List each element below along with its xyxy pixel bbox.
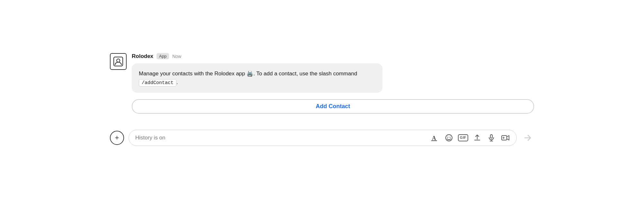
slash-command: /addContact — [139, 79, 176, 87]
message-input[interactable] — [135, 135, 426, 141]
send-button[interactable] — [521, 131, 534, 144]
message-header: Rolodex App Now — [132, 53, 534, 60]
svg-rect-7 — [490, 135, 492, 138]
body-text-2: . To add a contact, use the slash comman… — [253, 71, 357, 77]
input-area: A GIF — [129, 130, 517, 146]
message-content: Rolodex App Now Manage your contacts wit… — [132, 53, 534, 93]
video-icon[interactable] — [501, 133, 510, 142]
gif-icon[interactable]: GIF — [459, 133, 468, 142]
avatar — [110, 53, 127, 70]
chat-container: Rolodex App Now Manage your contacts wit… — [97, 47, 547, 152]
body-text-1: Manage your contacts with the Rolodex ap… — [139, 71, 246, 77]
rolodex-emoji: 🖨️ — [246, 71, 253, 77]
svg-point-5 — [447, 137, 448, 138]
timestamp: Now — [172, 54, 181, 59]
sender-name: Rolodex — [132, 53, 153, 60]
message-bubble: Manage your contacts with the Rolodex ap… — [132, 63, 382, 93]
app-badge: App — [157, 53, 169, 59]
input-row: + A — [110, 130, 534, 146]
upload-icon[interactable] — [473, 133, 482, 142]
input-icons: A GIF — [430, 133, 510, 142]
message-row: Rolodex App Now Manage your contacts wit… — [110, 53, 534, 93]
plus-button[interactable]: + — [110, 131, 124, 145]
svg-point-1 — [117, 59, 120, 62]
microphone-icon[interactable] — [487, 133, 496, 142]
gif-label: GIF — [458, 134, 468, 141]
add-contact-button[interactable]: Add Contact — [132, 99, 534, 114]
emoji-icon[interactable] — [444, 133, 453, 142]
format-text-icon[interactable]: A — [430, 133, 439, 142]
svg-point-6 — [450, 137, 451, 138]
body-text-3: . — [176, 79, 178, 85]
